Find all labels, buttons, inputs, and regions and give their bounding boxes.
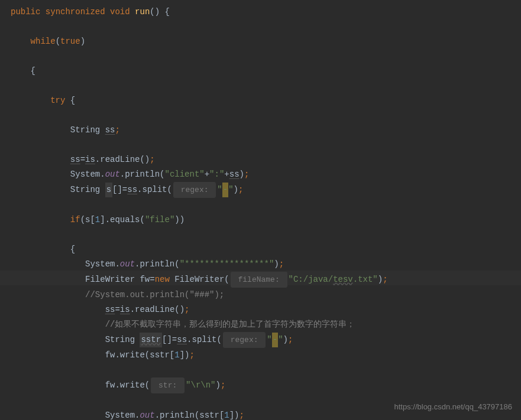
plus-op: +	[205, 170, 209, 179]
code-line: fw.write(sstr[1]);	[11, 348, 510, 363]
method-call: .readLine()	[95, 155, 150, 164]
code-line: {	[11, 242, 510, 257]
blank-line	[11, 227, 510, 242]
code-line: String ss;	[11, 123, 510, 138]
equals: =	[80, 155, 85, 164]
array-decl: []=	[162, 335, 177, 344]
method-name: run	[135, 7, 150, 17]
close-paren: ))	[174, 215, 185, 224]
blank-line	[11, 19, 510, 34]
blank-line	[11, 138, 510, 152]
code-line: try {	[11, 93, 510, 108]
code-line: String s[]=ss.split( regex: "-");	[11, 182, 510, 198]
blank-line	[11, 79, 510, 93]
string-literal: "*****************"	[180, 259, 274, 269]
array-decl: []=	[112, 185, 127, 194]
param-hint: regex:	[173, 182, 216, 198]
code-line: ss=is.readLine();	[11, 152, 510, 167]
keyword-while: while	[31, 37, 56, 46]
code-line: System.out.println("*****************");	[11, 257, 510, 272]
method-call: .println(	[135, 259, 180, 269]
keyword-public: public	[11, 7, 40, 17]
param-hint: fileName:	[231, 272, 287, 288]
method-call: fw.write(	[105, 380, 150, 390]
open-brace: {	[70, 245, 75, 254]
method-call: .println(sstr[	[155, 411, 225, 420]
variable: is	[120, 305, 130, 314]
blank-line	[11, 49, 510, 64]
variable: ss	[177, 335, 187, 344]
constructor: FileWriter(	[170, 275, 229, 284]
string-literal: tesv	[333, 275, 353, 284]
variable: ss	[70, 155, 80, 164]
keyword-if: if	[70, 215, 80, 224]
keyword-try: try	[50, 96, 65, 105]
code-line: while(true)	[11, 34, 510, 49]
string-literal: -	[222, 183, 228, 197]
close-paren: )	[240, 170, 244, 179]
variable: s	[105, 183, 112, 197]
semicolon: ;	[240, 411, 244, 420]
code-line: ss=is.readLine();	[11, 302, 510, 317]
field-out: out	[105, 170, 120, 179]
close-paren: )	[274, 259, 279, 269]
blank-line	[11, 363, 510, 377]
number-literal: 1	[174, 350, 179, 360]
blank-line	[11, 108, 510, 123]
code-line: System.out.println("client"+":"+ss);	[11, 167, 510, 182]
type: String	[70, 185, 105, 194]
semicolon: ;	[150, 155, 154, 164]
code-line: {	[11, 64, 510, 79]
open-brace: {	[31, 66, 35, 76]
cond-open: (s[	[80, 215, 95, 224]
method-call: .split(	[187, 335, 222, 344]
class-ref: System.	[85, 259, 120, 269]
semicolon: ;	[238, 185, 243, 194]
type: FileWriter fw=	[85, 275, 155, 284]
string-literal: .txt"	[353, 275, 378, 284]
variable: sstr	[140, 333, 162, 347]
close-paren: )	[378, 275, 383, 284]
keyword-new: new	[155, 275, 170, 284]
semicolon: ;	[185, 305, 189, 314]
string-literal: "file"	[145, 215, 174, 224]
string-literal: -	[272, 333, 278, 347]
class-ref: System.	[70, 170, 105, 179]
semicolon: ;	[288, 335, 293, 344]
field-out: out	[140, 411, 154, 420]
string-literal: "\r\n"	[186, 380, 215, 390]
code-editor[interactable]: public synchronized void run() { while(t…	[11, 5, 510, 420]
method-call: .println(	[120, 170, 165, 179]
class-ref: System.	[105, 411, 140, 420]
code-line: //System.out.println("###");	[11, 288, 510, 302]
plus-op: +	[224, 170, 229, 179]
watermark: https://blog.csdn.net/qq_43797186	[394, 399, 513, 414]
string-literal: "	[278, 335, 283, 344]
semicolon: ;	[383, 275, 387, 284]
number-literal: 1	[224, 411, 229, 420]
close-paren: ])	[180, 350, 190, 360]
semicolon: ;	[244, 170, 249, 179]
method-call: fw.write(sstr[	[105, 350, 175, 360]
variable: is	[85, 155, 95, 164]
parens: ()	[150, 7, 160, 17]
code-line: FileWriter fw=new FileWriter( fileName: …	[11, 272, 510, 288]
string-literal: ":"	[209, 170, 224, 179]
field-out: out	[120, 259, 135, 269]
string-literal: "client"	[164, 170, 204, 179]
param-hint: str:	[151, 377, 185, 393]
number-literal: 1	[95, 215, 100, 224]
method-call: .split(	[137, 185, 172, 194]
open-brace: {	[65, 96, 75, 105]
method-call: .readLine()	[130, 305, 185, 314]
string-literal: "C:/java/	[289, 275, 334, 284]
variable: ss	[229, 170, 240, 179]
variable: ss	[127, 185, 137, 194]
close-paren: )	[216, 380, 221, 390]
keyword-true: true	[60, 37, 80, 46]
comment: //如果不截取字符串，那么得到的是加上了首字符为数字的字符串；	[105, 320, 355, 329]
param-hint: regex:	[223, 332, 266, 348]
string-literal: "	[217, 185, 222, 194]
keyword-synchronized: synchronized	[46, 7, 105, 17]
string-literal: "	[267, 335, 271, 344]
